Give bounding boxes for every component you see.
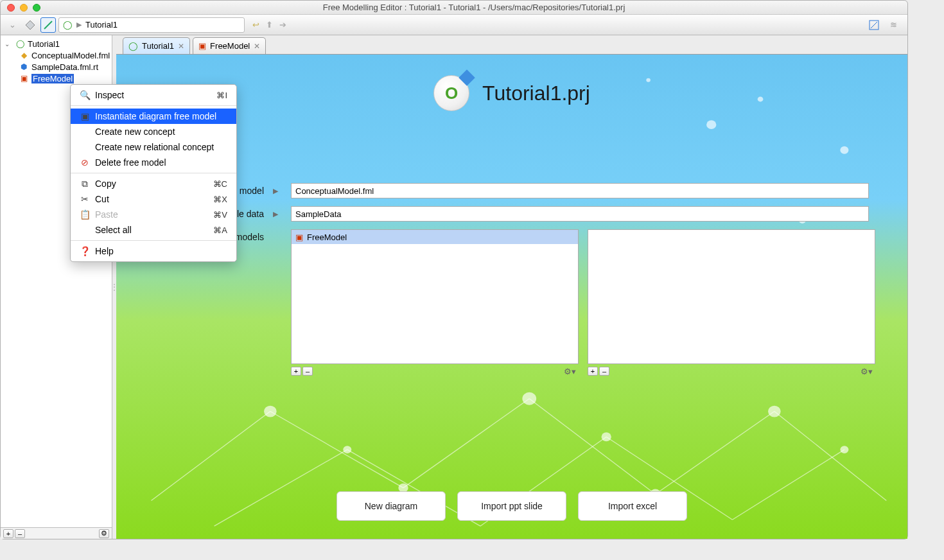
field-sample[interactable]: SampleData (291, 206, 869, 222)
menu-create-concept[interactable]: Create new concept (71, 124, 236, 139)
sidebar-footer: + – ⚙ (1, 527, 112, 539)
menu-cut[interactable]: ✂ Cut ⌘X (71, 191, 236, 207)
stack-icon[interactable]: ≋ (886, 17, 901, 33)
chevron-right-icon[interactable]: ▶ (273, 210, 282, 218)
pen-icon[interactable] (40, 17, 56, 33)
breadcrumb-text: Tutorial1 (85, 20, 118, 30)
data-icon: ⬢ (19, 62, 29, 72)
model-icon: ▣ (80, 111, 90, 121)
tree-item-sampledata[interactable]: ⬢ SampleData.fml.rt (1, 61, 112, 73)
toolbar: ⌄ ◯ ▶ Tutorial1 ↩ ⬆ ➔ ≋ (1, 15, 907, 35)
model-icon: ▣ (295, 232, 303, 242)
copy-icon: ⧉ (80, 179, 90, 189)
menu-help[interactable]: ❓ Help (71, 243, 236, 259)
tab-tutorial1[interactable]: ◯ Tutorial1 ✕ (123, 37, 190, 54)
menu-delete[interactable]: ⊘ Delete free model (71, 155, 236, 170)
add-button[interactable]: + (3, 529, 13, 538)
svg-marker-0 (26, 21, 35, 30)
tab-freemodel[interactable]: ▣ FreeModel ✕ (193, 37, 266, 54)
secondary-list[interactable] (588, 229, 875, 364)
window-title: Free Modelling Editor : Tutorial1 - Tuto… (40, 3, 907, 12)
search-icon: 🔍 (80, 90, 90, 100)
project-icon: ◯ (63, 20, 73, 30)
chevron-down-icon[interactable]: ⌄ (4, 17, 20, 33)
tree-root-label: Tutorial1 (28, 39, 60, 49)
perspective-icon[interactable] (22, 17, 38, 33)
project-icon: ◯ (15, 39, 25, 49)
titlebar: Free Modelling Editor : Tutorial1 - Tuto… (1, 1, 907, 15)
free-models-list[interactable]: ▣ FreeModel (291, 229, 579, 364)
field-conceptual[interactable]: ConceptualModel.fml (291, 183, 869, 198)
tree-item-label: FreeModel (31, 74, 74, 83)
list-item[interactable]: ▣ FreeModel (292, 230, 578, 244)
tab-label: Tutorial1 (142, 41, 174, 51)
menu-copy[interactable]: ⧉ Copy ⌘C (71, 176, 236, 191)
close-icon[interactable]: ✕ (178, 42, 184, 51)
tree-item-conceptual[interactable]: ◆ ConceptualModel.fml (1, 49, 112, 61)
menu-select-all[interactable]: Select all ⌘A (71, 222, 236, 238)
context-menu: 🔍 Inspect ⌘I ▣ Instantiate diagram free … (70, 84, 237, 262)
new-diagram-button[interactable]: New diagram (337, 491, 446, 521)
tree-item-freemodel[interactable]: ▣ FreeModel (1, 73, 112, 84)
chevron-down-icon[interactable]: ⌄ (4, 40, 12, 48)
import-ppt-button[interactable]: Import ppt slide (457, 491, 566, 521)
minimize-icon[interactable] (20, 4, 28, 12)
tree-item-label: SampleData.fml.rt (31, 62, 98, 72)
project-logo-icon: O (433, 75, 469, 111)
project-title: Tutorial1.prj (482, 82, 590, 105)
help-icon: ❓ (80, 246, 90, 256)
nav-forward-icon[interactable]: ➔ (279, 20, 286, 30)
close-icon[interactable] (7, 4, 15, 12)
maximize-icon[interactable] (33, 4, 40, 12)
tree-root[interactable]: ⌄ ◯ Tutorial1 (1, 38, 112, 49)
gear-icon[interactable]: ⚙▾ (858, 367, 875, 376)
remove-button[interactable]: – (302, 367, 313, 376)
tab-label: FreeModel (210, 41, 250, 51)
model-icon: ▣ (19, 73, 29, 83)
file-icon: ◆ (19, 50, 29, 60)
tabbar: ◯ Tutorial1 ✕ ▣ FreeModel ✕ (116, 35, 907, 55)
import-excel-button[interactable]: Import excel (578, 491, 687, 521)
delete-icon: ⊘ (80, 157, 90, 168)
model-icon: ▣ (198, 41, 206, 51)
expand-icon[interactable] (866, 17, 882, 33)
breadcrumb[interactable]: ◯ ▶ Tutorial1 (58, 17, 245, 33)
add-button[interactable]: + (588, 367, 598, 376)
cut-icon: ✂ (80, 194, 90, 204)
remove-button[interactable]: – (15, 529, 25, 538)
nav-back-icon[interactable]: ↩ (252, 20, 259, 30)
chevron-right-icon: ▶ (76, 21, 82, 29)
tree-item-label: ConceptualModel.fml (31, 51, 110, 60)
list-item-label: FreeModel (307, 232, 347, 242)
menu-inspect[interactable]: 🔍 Inspect ⌘I (71, 87, 236, 103)
gear-icon[interactable]: ⚙ (99, 529, 109, 538)
menu-instantiate[interactable]: ▣ Instantiate diagram free model (71, 109, 236, 124)
chevron-right-icon[interactable]: ▶ (273, 187, 282, 195)
add-button[interactable]: + (291, 367, 301, 376)
paste-icon: 📋 (80, 209, 90, 220)
close-icon[interactable]: ✕ (254, 42, 260, 51)
menu-paste: 📋 Paste ⌘V (71, 207, 236, 222)
gear-icon[interactable]: ⚙▾ (561, 367, 579, 376)
menu-create-relational[interactable]: Create new relational concept (71, 139, 236, 155)
nav-up-icon[interactable]: ⬆ (266, 20, 273, 30)
remove-button[interactable]: – (599, 367, 609, 376)
project-icon: ◯ (128, 41, 138, 51)
